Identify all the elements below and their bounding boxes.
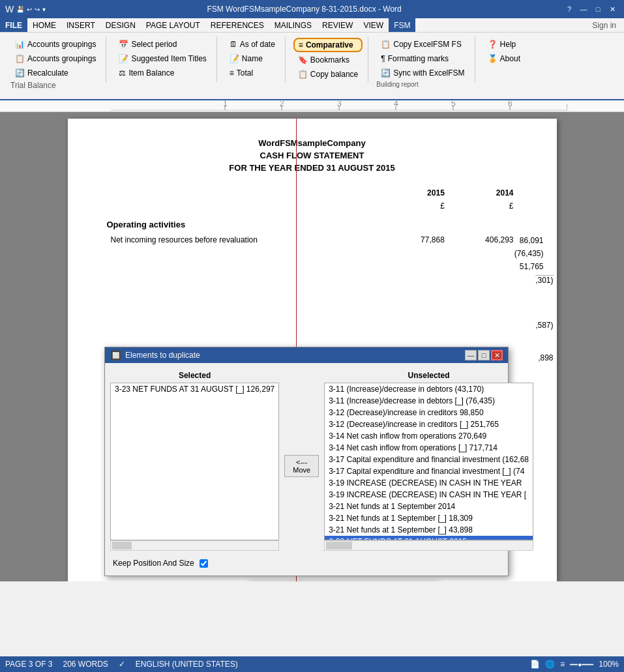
unselected-header: Unselected	[324, 368, 533, 383]
menu-view[interactable]: VIEW	[358, 18, 389, 32]
modal-titlebar: 🔲 Elements to duplicate — □ ✕	[105, 347, 508, 363]
selected-item-1[interactable]: 3-23 NET FUNDS AT 31 AUGUST [_] 126,297	[111, 383, 278, 395]
view-outline-icon[interactable]: ≡	[560, 660, 565, 669]
scroll-thumb-2[interactable]	[326, 542, 352, 549]
unselected-item-13[interactable]: 3-21 Net funds at 1 September [_] 43,898	[325, 524, 533, 536]
selected-list[interactable]: 3-23 NET FUNDS AT 31 AUGUST [_] 126,297	[110, 383, 279, 540]
unselected-item-6[interactable]: 3-14 Net cash inflow from operations [_]…	[325, 442, 533, 454]
copy-excelfsm-btn[interactable]: 📋 Copy ExcelFSM FS	[376, 38, 469, 51]
unselected-item-10[interactable]: 3-19 INCREASE (DECREASE) IN CASH IN THE …	[325, 489, 533, 501]
name-btn[interactable]: 📝 Name	[225, 52, 280, 65]
spell-check-icon: ✓	[119, 660, 125, 669]
quick-access-redo[interactable]: ↪	[35, 6, 40, 13]
unselected-item-8[interactable]: 3-17 Capital expenditure and financial i…	[325, 465, 533, 477]
total-icon: ≡	[230, 68, 234, 78]
bookmarks-btn[interactable]: 🔖 Bookmarks	[293, 53, 363, 66]
menu-insert[interactable]: INSERT	[61, 18, 100, 32]
scroll-thumb[interactable]	[112, 542, 132, 549]
unselected-column: Unselected 3-11 (Increase)/decrease in d…	[324, 368, 533, 551]
building-report-label: Building report	[376, 80, 418, 88]
modal-icon: 🔲	[110, 350, 121, 360]
comparative-icon: ≡	[299, 40, 303, 50]
unselected-item-9[interactable]: 3-19 INCREASE (DECREASE) IN CASH IN THE …	[325, 477, 533, 489]
page-info: PAGE 3 OF 3	[5, 660, 52, 669]
unselected-item-1[interactable]: 3-11 (Increase)/decrease in debtors (43,…	[325, 383, 533, 395]
keep-position-label: Keep Position And Size	[113, 559, 194, 568]
copy-balance-btn[interactable]: 📋 Copy balance	[293, 68, 363, 81]
ribbon-group-period: 📅 Select period 📝 Suggested Item Titles …	[109, 37, 216, 82]
accounts-groupings-btn[interactable]: 📋 Accounts groupings	[10, 52, 100, 65]
select-fsm-workbook-btn[interactable]: 📊 Accounts groupings	[10, 38, 100, 51]
about-icon: 🏅	[488, 54, 498, 63]
balance-icon: ⚖	[119, 68, 126, 78]
minimize-button[interactable]: —	[577, 3, 590, 15]
view-print-icon[interactable]: 📄	[530, 660, 540, 669]
menu-mailings[interactable]: MAILINGS	[269, 18, 317, 32]
menu-page-layout[interactable]: PAGE LAYOUT	[141, 18, 205, 32]
unselected-item-7[interactable]: 3-17 Capital expenditure and financial i…	[325, 454, 533, 465]
modal-footer: Keep Position And Size	[110, 556, 503, 570]
document-area: WordFSMsampleCompany CASH FLOW STATEMENT…	[0, 112, 624, 581]
unselected-item-2[interactable]: 3-11 (Increase)/decrease in debtors [_] …	[325, 395, 533, 407]
unselected-list[interactable]: 3-11 (Increase)/decrease in debtors (43,…	[324, 383, 533, 540]
comparative-btn[interactable]: ≡ Comparative	[293, 38, 363, 52]
svg-text:5: 5	[451, 101, 456, 108]
sign-in-link[interactable]: Sign in	[584, 21, 624, 30]
accounts-icon: 📋	[15, 54, 25, 63]
selected-header: Selected	[110, 368, 279, 383]
recalc-icon: 🔄	[15, 68, 25, 78]
ribbon-group-fsm: 📊 Accounts groupings 📋 Accounts grouping…	[5, 37, 106, 82]
unselected-item-4[interactable]: 3-12 (Decrease)/increase in creditors [_…	[325, 418, 533, 430]
item-balance-btn[interactable]: ⚖ Item Balance	[114, 66, 211, 80]
sync-excel-btn[interactable]: 🔄 Sync with ExcelFSM	[376, 66, 469, 80]
unselected-item-14[interactable]: 3-23 NET FUNDS AT 31 AUGUST 2015	[325, 536, 533, 540]
zoom-slider[interactable]: ━━●━━━	[570, 661, 593, 668]
move-btn-container: <--- Move	[284, 368, 319, 551]
select-period-btn[interactable]: 📅 Select period	[114, 38, 211, 51]
unselected-item-5[interactable]: 3-14 Net cash inflow from operations 270…	[325, 430, 533, 442]
suggested-titles-btn[interactable]: 📝 Suggested Item Titles	[114, 52, 211, 65]
quick-access-save[interactable]: 💾	[16, 6, 24, 13]
modal-close-btn[interactable]: ✕	[491, 350, 503, 360]
total-btn[interactable]: ≡ Total	[225, 66, 280, 80]
menu-bar: FILE HOME INSERT DESIGN PAGE LAYOUT REFE…	[0, 18, 624, 33]
unselected-scrollbar[interactable]	[324, 540, 533, 551]
menu-references[interactable]: REFERENCES	[205, 18, 269, 32]
formatting-marks-btn[interactable]: ¶ Formatting marks	[376, 52, 469, 65]
help-button[interactable]: ?	[563, 3, 576, 15]
menu-file[interactable]: FILE	[0, 18, 27, 32]
copy-icon: 📋	[381, 40, 391, 49]
selected-scrollbar[interactable]	[110, 540, 279, 551]
quick-access-undo[interactable]: ↩	[27, 6, 32, 13]
titles-icon: 📝	[119, 54, 128, 63]
unselected-item-3[interactable]: 3-12 (Decrease)/increase in creditors 98…	[325, 407, 533, 418]
as-of-date-btn[interactable]: 🗓 As of date	[225, 38, 280, 51]
keep-position-checkbox[interactable]	[200, 559, 208, 568]
modal-title: Elements to duplicate	[125, 351, 200, 360]
copy-balance-icon: 📋	[298, 70, 308, 79]
modal-overlay: 🔲 Elements to duplicate — □ ✕ Selected 3…	[0, 112, 624, 581]
window-close-button[interactable]: ✕	[606, 3, 619, 15]
help-ribbon-btn[interactable]: ❓ Help	[483, 38, 525, 51]
status-bar: PAGE 3 OF 3 206 WORDS ✓ ENGLISH (UNITED …	[0, 656, 624, 672]
language: ENGLISH (UNITED STATES)	[136, 660, 238, 669]
name-icon: 📝	[230, 54, 239, 63]
move-button[interactable]: <--- Move	[284, 455, 319, 477]
ribbon: 📊 Accounts groupings 📋 Accounts grouping…	[0, 33, 624, 100]
menu-review[interactable]: REVIEW	[317, 18, 358, 32]
help-icon: ❓	[488, 40, 498, 49]
zoom-level: 100%	[599, 660, 619, 669]
modal-maximize-btn[interactable]: □	[478, 350, 490, 360]
view-web-icon[interactable]: 🌐	[545, 660, 555, 669]
period-icon: 📅	[119, 40, 128, 49]
maximize-button[interactable]: □	[591, 3, 604, 15]
unselected-item-12[interactable]: 3-21 Net funds at 1 September [_] 18,309	[325, 512, 533, 524]
menu-fsm[interactable]: FSM	[389, 18, 415, 32]
modal-minimize-btn[interactable]: —	[465, 350, 477, 360]
recalculate-btn[interactable]: 🔄 Recalculate	[10, 66, 100, 80]
unselected-item-11[interactable]: 3-21 Net funds at 1 September 2014	[325, 501, 533, 512]
about-btn[interactable]: 🏅 About	[483, 52, 525, 65]
menu-home[interactable]: HOME	[27, 18, 61, 32]
menu-design[interactable]: DESIGN	[100, 18, 141, 32]
svg-text:2: 2	[280, 101, 284, 108]
